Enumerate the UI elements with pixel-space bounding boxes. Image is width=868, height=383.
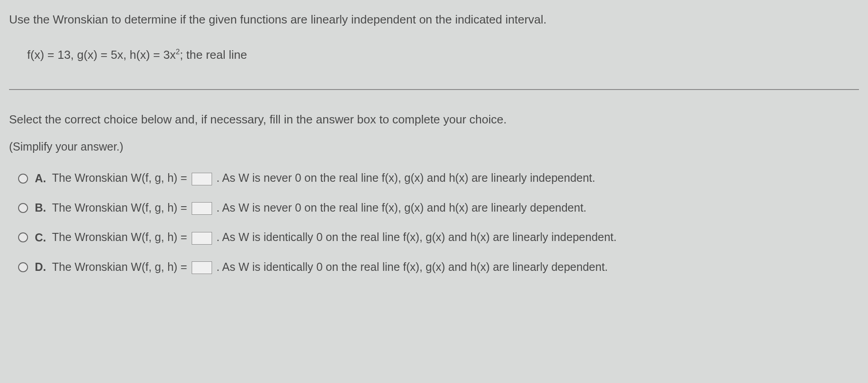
- choice-d: D. The Wronskian W(f, g, h) = . As W is …: [18, 260, 859, 274]
- choice-a-before: The Wronskian W(f, g, h) =: [52, 171, 190, 184]
- instructions-text: Select the correct choice below and, if …: [9, 113, 859, 127]
- choice-c-text: The Wronskian W(f, g, h) = . As W is ide…: [52, 231, 617, 244]
- choice-c-label: C.: [35, 231, 48, 244]
- choice-b: B. The Wronskian W(f, g, h) = . As W is …: [18, 201, 859, 215]
- answer-box-c[interactable]: [192, 232, 212, 245]
- question-intro: Use the Wronskian to determine if the gi…: [9, 11, 859, 28]
- choice-d-label: D.: [35, 260, 48, 274]
- choice-a-label: A.: [35, 172, 48, 185]
- answer-box-a[interactable]: [192, 173, 212, 185]
- choice-b-after: . As W is never 0 on the real line f(x),…: [217, 201, 586, 214]
- radio-d[interactable]: [18, 262, 28, 272]
- choice-b-label: B.: [35, 201, 48, 214]
- choice-c-before: The Wronskian W(f, g, h) =: [52, 231, 190, 243]
- choice-b-text: The Wronskian W(f, g, h) = . As W is nev…: [52, 201, 586, 215]
- choice-d-after: . As W is identically 0 on the real line…: [217, 260, 608, 273]
- choice-b-before: The Wronskian W(f, g, h) =: [52, 201, 190, 214]
- simplify-note: (Simplify your answer.): [9, 140, 859, 153]
- choices-container: A. The Wronskian W(f, g, h) = . As W is …: [9, 171, 859, 274]
- choice-a-after: . As W is never 0 on the real line f(x),…: [217, 171, 595, 184]
- choice-a: A. The Wronskian W(f, g, h) = . As W is …: [18, 171, 859, 185]
- answer-box-b[interactable]: [192, 202, 212, 215]
- radio-c[interactable]: [18, 232, 28, 242]
- problem-exponent: 2: [176, 48, 180, 56]
- answer-box-d[interactable]: [192, 261, 212, 274]
- choice-d-text: The Wronskian W(f, g, h) = . As W is ide…: [52, 260, 608, 274]
- radio-a[interactable]: [18, 174, 28, 184]
- problem-statement: f(x) = 13, g(x) = 5x, h(x) = 3x2; the re…: [27, 48, 859, 62]
- problem-suffix: ; the real line: [180, 48, 247, 61]
- choice-c-after: . As W is identically 0 on the real line…: [217, 231, 617, 243]
- choice-c: C. The Wronskian W(f, g, h) = . As W is …: [18, 231, 859, 244]
- divider: [9, 89, 859, 90]
- choice-a-text: The Wronskian W(f, g, h) = . As W is nev…: [52, 171, 595, 185]
- radio-b[interactable]: [18, 203, 28, 213]
- problem-prefix: f(x) = 13, g(x) = 5x, h(x) = 3x: [27, 48, 176, 61]
- choice-d-before: The Wronskian W(f, g, h) =: [52, 260, 190, 273]
